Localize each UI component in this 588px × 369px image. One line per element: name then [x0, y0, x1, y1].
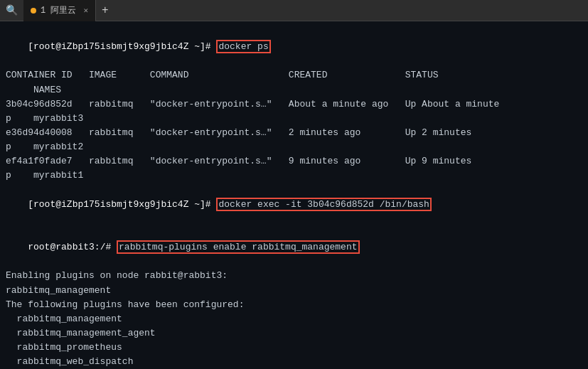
- tab-active[interactable]: 1 阿里云 ✕: [23, 0, 96, 21]
- table-row-name: p myrabbit2: [6, 140, 582, 154]
- tab-dot: [31, 8, 36, 14]
- table-row: e36d94d40008 rabbitmq "docker-entrypoint…: [6, 126, 582, 140]
- terminal-output: [root@iZbp175isbmjt9xg9jbic4Z ~]# docker…: [0, 21, 588, 369]
- terminal-output-line: rabbitmq_web_dispatch: [6, 355, 582, 369]
- terminal-output-line: rabbitmq_prometheus: [6, 341, 582, 355]
- command-highlight: docker ps: [216, 40, 270, 53]
- table-row: ef4a1f0fade7 rabbitmq "docker-entrypoint…: [6, 154, 582, 169]
- table-row-name: p myrabbit3: [6, 112, 582, 126]
- table-row: 3b04c96d852d rabbitmq "docker-entrypoint…: [6, 97, 582, 112]
- terminal-line: [root@iZbp175isbmjt9xg9jbic4Z ~]# docker…: [6, 183, 582, 226]
- plugins-command-highlight: rabbitmq-plugins enable rabbitmq_managem…: [117, 240, 359, 254]
- terminal-output-line: rabbitmq_management: [6, 312, 582, 326]
- tab-label: 1 阿里云: [41, 4, 76, 16]
- rabbit-prompt: root@rabbit3:/#: [28, 242, 117, 252]
- terminal-output-line: The following plugins have been configur…: [6, 298, 582, 312]
- table-row-name: p myrabbit1: [6, 169, 582, 183]
- tab-add-button[interactable]: +: [96, 4, 114, 17]
- titlebar: 🔍 1 阿里云 ✕ +: [0, 0, 588, 21]
- prompt: [root@iZbp175isbmjt9xg9jbic4Z ~]#: [28, 41, 216, 52]
- terminal-output-line: rabbitmq_management_agent: [6, 326, 582, 341]
- tab-close-icon[interactable]: ✕: [83, 6, 88, 15]
- table-header: CONTAINER ID IMAGE COMMAND CREATED STATU…: [6, 68, 582, 82]
- prompt: [root@iZbp175isbmjt9xg9jbic4Z ~]#: [28, 199, 216, 210]
- terminal-output-line: Enabling plugins on node rabbit@rabbit3:: [6, 269, 582, 283]
- terminal-line: [root@iZbp175isbmjt9xg9jbic4Z ~]# docker…: [6, 26, 582, 68]
- exec-command-highlight: docker exec -it 3b04c96d852d /bin/bash: [216, 198, 431, 211]
- terminal-output-line: rabbitmq_management: [6, 284, 582, 298]
- search-icon: 🔍: [6, 4, 18, 16]
- terminal-line: root@rabbit3:/# rabbitmq-plugins enable …: [6, 226, 582, 269]
- table-header-names: NAMES: [6, 83, 582, 97]
